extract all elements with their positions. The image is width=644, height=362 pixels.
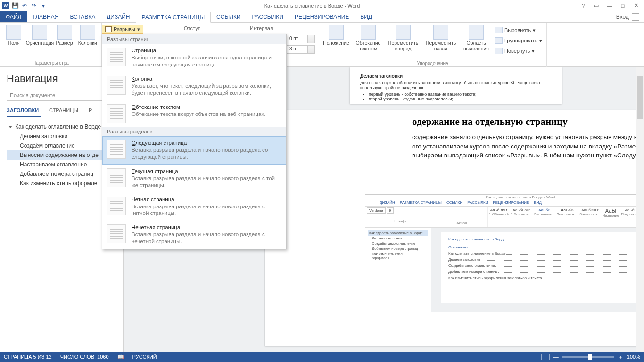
align-icon xyxy=(495,27,503,33)
help-icon[interactable]: ? xyxy=(577,1,589,10)
break-page-icon xyxy=(107,48,126,66)
doc-paragraph: содержание заняло отдельную страницу, ну… xyxy=(412,132,644,160)
read-mode-icon[interactable] xyxy=(517,354,525,360)
indent-label: Отступ xyxy=(184,25,201,31)
break-next-page-icon xyxy=(107,140,126,159)
tab-design[interactable]: ДИЗАЙН xyxy=(101,11,135,22)
selection-pane-icon xyxy=(469,25,484,40)
avatar-icon xyxy=(632,13,639,21)
minimize-icon[interactable]: — xyxy=(603,1,616,10)
bring-forward-button[interactable]: Переместить вперед xyxy=(387,25,420,56)
size-button[interactable]: Размер xyxy=(56,25,73,46)
group-label-arrange: Упорядочение xyxy=(322,60,543,66)
close-icon[interactable]: ✕ xyxy=(630,1,642,10)
sign-in[interactable]: Вход xyxy=(611,11,644,22)
bring-forward-icon xyxy=(396,25,411,40)
wrap-text-icon xyxy=(361,25,376,40)
scrollbar-thumb[interactable] xyxy=(637,76,643,119)
ribbon: Поля Ориентация Размер Колонки Параметры… xyxy=(0,23,644,67)
chevron-down-icon: ▾ xyxy=(137,26,140,33)
mini-heading: Делаем заголовки xyxy=(360,74,552,79)
page-preview-top: Делаем заголовки Для начала нужно обозна… xyxy=(350,67,562,104)
status-language[interactable]: РУССКИЙ xyxy=(132,354,157,360)
break-page[interactable]: СтраницаВыбор точки, в которой заканчива… xyxy=(102,44,286,72)
tab-mailings[interactable]: РАССЫЛКИ xyxy=(247,11,289,22)
zoom-out-icon[interactable]: ― xyxy=(553,354,559,360)
workspace: Навигация Поиск в документе 🔍▾ ЗАГОЛОВКИ… xyxy=(0,67,644,352)
tab-references[interactable]: ССЫЛКИ xyxy=(211,11,246,22)
status-words[interactable]: ЧИСЛО СЛОВ: 1060 xyxy=(60,354,109,360)
position-icon xyxy=(329,25,344,40)
zoom-slider[interactable] xyxy=(562,356,614,358)
doc-heading: одержание на отдельную страницу xyxy=(412,113,644,132)
spacing-after-value: 8 пт xyxy=(289,46,298,51)
page-main: одержание на отдельную страницу содержан… xyxy=(265,110,644,346)
group-objects-button[interactable]: Группировать ▾ xyxy=(495,36,542,45)
maximize-icon[interactable]: □ xyxy=(617,1,629,10)
orientation-icon xyxy=(32,25,47,40)
undo-icon[interactable]: ↶ xyxy=(21,2,28,9)
breaks-label: Разрывы xyxy=(114,26,135,32)
break-text-wrap[interactable]: Обтекание текстомОбтекание текста вокруг… xyxy=(102,100,286,127)
group-page-setup: Поля Ориентация Размер Колонки Параметры… xyxy=(0,23,102,66)
embedded-screenshot: Как сделать оглавление в Ворде - Word ДИ… xyxy=(365,194,644,312)
mini-paragraph: Для начала нужно обозначить заголовки. О… xyxy=(360,81,552,90)
redo-icon[interactable]: ↷ xyxy=(30,2,38,9)
rotate-button[interactable]: Повернуть ▾ xyxy=(495,46,542,56)
web-layout-icon[interactable] xyxy=(541,354,550,360)
break-column-icon xyxy=(107,76,126,95)
ribbon-tabs: ФАЙЛ ГЛАВНАЯ ВСТАВКА ДИЗАЙН РАЗМЕТКА СТР… xyxy=(0,11,644,23)
align-button[interactable]: Выровнять ▾ xyxy=(495,25,542,35)
mini-li: первый уровень - собственно название ваш… xyxy=(369,92,552,97)
qat-dropdown-icon[interactable]: ▾ xyxy=(40,2,47,9)
title-bar: W 💾 ↶ ↷ ▾ Как сделать оглавление в Ворде… xyxy=(0,0,644,11)
status-page[interactable]: СТРАНИЦА 5 ИЗ 12 xyxy=(4,354,52,360)
break-next-page[interactable]: Следующая страницаВставка разрыва раздел… xyxy=(102,136,286,165)
zoom-value[interactable]: 100% xyxy=(627,354,640,360)
save-icon[interactable]: 💾 xyxy=(11,2,19,9)
orientation-button[interactable]: Ориентация xyxy=(28,25,51,46)
caret-down-icon xyxy=(8,126,12,128)
break-text-wrap-icon xyxy=(107,104,126,123)
window-controls: ? ▭ — □ ✕ xyxy=(577,1,644,10)
columns-button[interactable]: Колонки xyxy=(78,25,98,46)
break-continuous[interactable]: Текущая страницаВставка разрыва раздела … xyxy=(102,165,286,193)
nav-tab-results[interactable]: Р xyxy=(89,106,94,117)
size-icon xyxy=(57,25,72,40)
tab-review[interactable]: РЕЦЕНЗИРОВАНИЕ xyxy=(289,11,355,22)
break-odd-page[interactable]: Нечетная страницаВставка разрыва раздела… xyxy=(102,221,286,249)
tab-view[interactable]: ВИД xyxy=(355,11,378,22)
break-continuous-icon xyxy=(107,168,126,187)
proofing-icon[interactable]: 📖 xyxy=(117,354,124,360)
break-odd-page-icon xyxy=(107,224,126,243)
tab-insert[interactable]: ВСТАВКА xyxy=(64,11,101,22)
status-bar: СТРАНИЦА 5 ИЗ 12 ЧИСЛО СЛОВ: 1060 📖 РУСС… xyxy=(0,352,644,362)
breaks-dropdown-button[interactable]: Разрывы ▾ xyxy=(102,25,143,34)
break-column[interactable]: КолонкаУказывает, что текст, следующий з… xyxy=(102,72,286,100)
gallery-header-section-breaks: Разрывы разделов xyxy=(102,127,286,136)
zoom-in-icon[interactable]: ＋ xyxy=(618,354,623,361)
ribbon-options-icon[interactable]: ▭ xyxy=(590,1,603,10)
vertical-scrollbar[interactable] xyxy=(636,67,644,352)
spacing-label: Интервал xyxy=(250,25,273,31)
print-layout-icon[interactable] xyxy=(529,354,537,360)
wrap-text-button[interactable]: Обтекание текстом xyxy=(355,25,382,56)
position-button[interactable]: Положение xyxy=(322,25,350,56)
break-even-page[interactable]: Четная страницаВставка разрыва раздела и… xyxy=(102,193,286,221)
nav-search-placeholder: Поиск в документе xyxy=(10,92,55,98)
spacing-before-value: 0 пт xyxy=(289,36,298,41)
selection-pane-button[interactable]: Область выделения xyxy=(462,25,490,56)
nav-tab-headings[interactable]: ЗАГОЛОВКИ xyxy=(7,106,41,117)
quick-access-toolbar: W 💾 ↶ ↷ ▾ xyxy=(0,2,47,9)
tab-page-layout[interactable]: РАЗМЕТКА СТРАНИЦЫ xyxy=(136,12,211,23)
group-arrange: Положение Обтекание текстом Переместить … xyxy=(319,23,547,67)
margins-button[interactable]: Поля xyxy=(4,25,24,46)
send-backward-button[interactable]: Переместить назад xyxy=(424,25,457,56)
word-app-icon: W xyxy=(2,2,9,9)
columns-icon xyxy=(80,25,95,40)
group-label-page-setup: Параметры стра xyxy=(4,59,98,66)
tab-file[interactable]: ФАЙЛ xyxy=(0,11,27,22)
nav-tab-pages[interactable]: СТРАНИЦЫ xyxy=(49,106,80,117)
tab-home[interactable]: ГЛАВНАЯ xyxy=(27,11,64,22)
mini-li: второй уровень - отдельные подзаголовки; xyxy=(369,97,552,101)
